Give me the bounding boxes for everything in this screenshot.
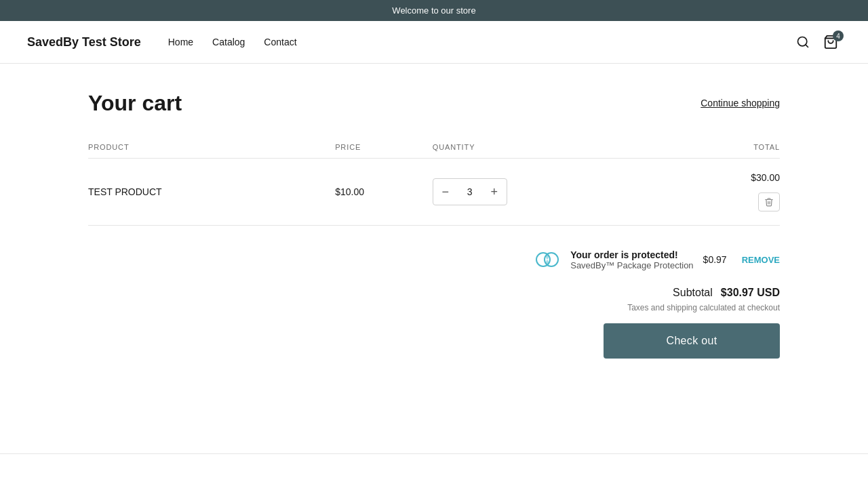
main-content: Your cart Continue shopping Product Pric… xyxy=(61,64,807,386)
cart-table: Product Price Quantity Total TEST PRODUC… xyxy=(88,136,780,226)
protection-subtitle: SavedBy™ Package Protection xyxy=(570,260,693,270)
header: SavedBy Test Store Home Catalog Contact … xyxy=(0,21,868,64)
cart-button[interactable]: 4 xyxy=(821,32,841,52)
nav-contact[interactable]: Contact xyxy=(264,37,296,47)
cart-badge: 4 xyxy=(833,30,844,41)
quantity-decrease-button[interactable]: − xyxy=(433,179,458,205)
nav-home[interactable]: Home xyxy=(168,37,193,47)
subtotal-value: $30.97 USD xyxy=(721,287,780,299)
product-price: $10.00 xyxy=(335,186,364,197)
subtotal-label: Subtotal xyxy=(673,287,713,299)
delete-item-button[interactable] xyxy=(758,192,780,211)
protection-remove-button[interactable]: REMOVE xyxy=(742,255,780,265)
main-nav: Home Catalog Contact xyxy=(168,37,297,47)
col-header-total: Total xyxy=(682,136,780,159)
top-banner: Welcome to our store xyxy=(0,0,868,21)
quantity-increase-button[interactable]: + xyxy=(482,179,507,205)
search-button[interactable] xyxy=(793,33,812,52)
footer xyxy=(0,453,868,454)
svg-line-1 xyxy=(806,45,808,47)
cart-header-row: Your cart Continue shopping xyxy=(88,91,780,116)
svg-point-4 xyxy=(545,253,558,266)
col-header-quantity: Quantity xyxy=(433,136,683,159)
protection-text: Your order is protected! SavedBy™ Packag… xyxy=(570,249,693,270)
protection-row: Your order is protected! SavedBy™ Packag… xyxy=(534,246,780,273)
col-header-product: Product xyxy=(88,136,335,159)
svg-point-3 xyxy=(536,253,550,266)
protection-price: $0.97 xyxy=(703,254,727,265)
protection-title: Your order is protected! xyxy=(570,249,693,260)
quantity-value: 3 xyxy=(458,186,482,197)
store-name-link[interactable]: SavedBy Test Store xyxy=(27,35,141,49)
search-icon xyxy=(796,35,810,49)
trash-icon xyxy=(764,197,774,207)
product-total: $30.00 xyxy=(751,172,780,183)
banner-text: Welcome to our store xyxy=(392,5,475,16)
quantity-control: − 3 + xyxy=(433,178,507,205)
cart-title: Your cart xyxy=(88,91,182,116)
checkout-button[interactable]: Check out xyxy=(604,323,780,359)
table-row: TEST PRODUCT $10.00 − 3 + $30.00 xyxy=(88,159,780,226)
header-right: 4 xyxy=(793,32,841,52)
continue-shopping-link[interactable]: Continue shopping xyxy=(701,98,780,108)
summary-section: Your order is protected! SavedBy™ Packag… xyxy=(88,246,780,359)
protection-icon xyxy=(534,246,561,273)
header-left: SavedBy Test Store Home Catalog Contact xyxy=(27,35,297,49)
col-header-price: Price xyxy=(335,136,433,159)
taxes-note: Taxes and shipping calculated at checkou… xyxy=(627,303,780,312)
nav-catalog[interactable]: Catalog xyxy=(212,37,245,47)
subtotal-row: Subtotal $30.97 USD xyxy=(673,287,780,299)
product-name: TEST PRODUCT xyxy=(88,186,162,197)
